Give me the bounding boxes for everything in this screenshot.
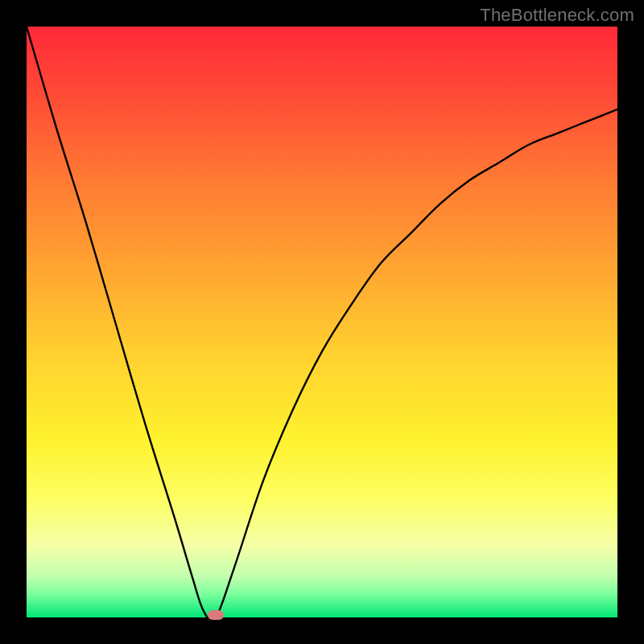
chart-plot-area (27, 27, 617, 617)
watermark-text: TheBottleneck.com (480, 5, 634, 26)
optimal-point-marker (208, 610, 224, 620)
bottleneck-curve (27, 27, 617, 617)
curve-path (27, 27, 617, 621)
